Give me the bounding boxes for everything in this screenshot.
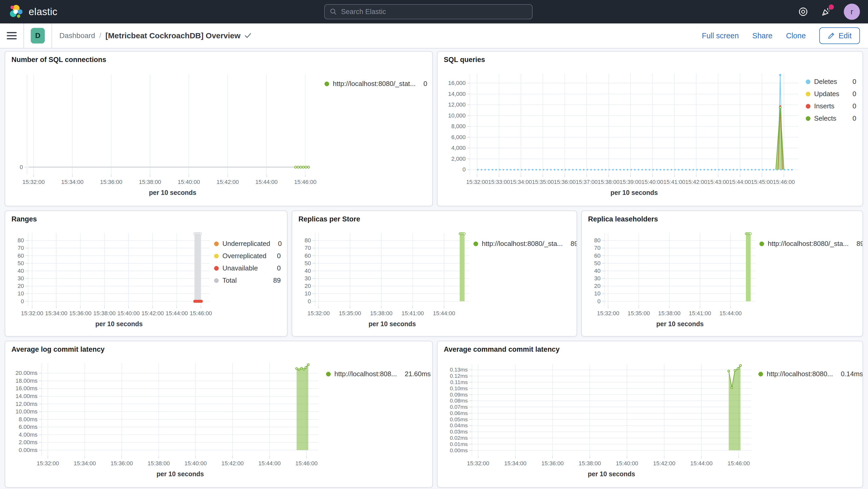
search-input[interactable] (341, 8, 527, 16)
avg-command-commit-latency-chart[interactable]: 0.00ms0.01ms0.02ms0.03ms0.04ms0.05ms0.06… (444, 357, 758, 483)
panel-sql-queries: SQL queries 02,0004,0006,0008,00010,0001… (437, 51, 863, 206)
sql-queries-chart[interactable]: 02,0004,0006,0008,00010,00012,00014,0001… (444, 67, 806, 202)
svg-text:15:38:00: 15:38:00 (658, 310, 681, 316)
legend-label: http://localhost:8080... (767, 370, 833, 378)
legend-value: 0 (848, 114, 856, 122)
hamburger-icon (7, 32, 17, 40)
legend-label: Underreplicated (222, 240, 270, 248)
svg-text:80: 80 (594, 237, 600, 244)
breadcrumb-dashboard[interactable]: Dashboard (59, 32, 95, 40)
svg-text:per 10 seconds: per 10 seconds (149, 189, 196, 196)
legend-item[interactable]: http://localhost:8080/_sta...89 (473, 240, 570, 248)
chart-legend: http://localhost:8080/_sta...89 (473, 227, 570, 332)
edit-button[interactable]: Edit (819, 27, 860, 44)
svg-text:2.00ms: 2.00ms (19, 439, 37, 446)
breadcrumb: Dashboard / [Metricbeat CockroachDB] Ove… (52, 31, 251, 40)
svg-text:15:32:00: 15:32:00 (21, 310, 43, 316)
svg-text:20: 20 (18, 283, 24, 289)
legend-label: http://localhost:8080/_sta... (768, 240, 849, 248)
legend-value: 0 (273, 264, 281, 272)
legend-value: 0.14ms (836, 370, 863, 378)
news-feed-icon[interactable] (821, 6, 831, 17)
global-search[interactable] (324, 4, 533, 19)
legend-item[interactable]: Updates0 (806, 90, 856, 98)
dashboard-options-icon[interactable] (245, 33, 251, 38)
legend-value: 0 (848, 90, 856, 98)
legend-value: 0 (273, 252, 281, 260)
avg-log-commit-latency-chart[interactable]: 0.00ms2.00ms4.00ms6.00ms8.00ms10.00ms12.… (11, 357, 326, 483)
elastic-logo[interactable]: elastic (8, 4, 58, 20)
brand-name: elastic (29, 6, 58, 18)
svg-text:14.00ms: 14.00ms (16, 393, 37, 399)
svg-text:15:32:00: 15:32:00 (37, 460, 59, 467)
svg-text:30: 30 (305, 275, 311, 282)
legend-item[interactable]: Unavailable0 (214, 264, 281, 272)
clone-link[interactable]: Clone (786, 32, 806, 40)
panel-average-log-commit-latency: Average log commit latency 0.00ms2.00ms4… (5, 341, 433, 488)
sql-connections-chart[interactable]: 015:32:0015:34:0015:36:0015:38:0015:40:0… (11, 67, 324, 202)
legend-item[interactable]: Deletes0 (806, 78, 856, 86)
ranges-chart[interactable]: 0102030405060708015:32:0015:34:0015:36:0… (11, 227, 214, 332)
full-screen-link[interactable]: Full screen (702, 32, 739, 40)
legend-item[interactable]: Selects0 (806, 114, 856, 122)
replicas-per-store-chart[interactable]: 0102030405060708015:32:0015:35:0015:38:0… (299, 227, 473, 332)
panel-ranges: Ranges 0102030405060708015:32:0015:34:00… (5, 211, 287, 337)
panel-title: Ranges (11, 215, 281, 227)
svg-text:per 10 seconds: per 10 seconds (95, 320, 143, 328)
legend-item[interactable]: http://localhost:808...21.60ms (326, 370, 426, 378)
breadcrumb-separator: / (99, 32, 101, 40)
svg-text:0: 0 (308, 298, 311, 305)
svg-text:0.07ms: 0.07ms (450, 404, 468, 410)
svg-text:0.08ms: 0.08ms (450, 398, 468, 403)
svg-text:0: 0 (597, 298, 600, 305)
share-link[interactable]: Share (752, 32, 772, 40)
chart-legend: http://localhost:8080/_stat...0 (324, 67, 426, 202)
svg-text:15:38:00: 15:38:00 (147, 460, 170, 467)
legend-item[interactable]: http://localhost:8080...0.14ms (758, 370, 856, 378)
svg-text:20: 20 (594, 283, 600, 289)
legend-item[interactable]: Underreplicated0 (214, 240, 281, 248)
chart-legend: http://localhost:8080/_sta...89 (760, 227, 856, 332)
svg-text:0.00ms: 0.00ms (19, 447, 37, 453)
legend-item[interactable]: Total89 (214, 276, 281, 284)
svg-text:per 10 seconds: per 10 seconds (656, 320, 704, 328)
svg-text:40: 40 (18, 268, 24, 274)
legend-item[interactable]: Overreplicated0 (214, 252, 281, 260)
svg-text:15:42:00: 15:42:00 (221, 460, 244, 467)
legend-item[interactable]: http://localhost:8080/_stat...0 (324, 80, 426, 88)
svg-text:per 10 seconds: per 10 seconds (369, 320, 416, 328)
legend-label: Updates (814, 90, 839, 98)
legend-color-dot (806, 104, 810, 109)
svg-text:15:32:00: 15:32:00 (308, 310, 330, 316)
user-avatar[interactable]: r (844, 4, 860, 20)
svg-text:4.00ms: 4.00ms (19, 431, 37, 438)
svg-text:15:36:00: 15:36:00 (541, 460, 564, 467)
svg-text:30: 30 (594, 275, 600, 282)
svg-text:15:34:00: 15:34:00 (504, 460, 527, 467)
help-icon[interactable] (798, 6, 808, 17)
notification-dot (829, 4, 834, 10)
svg-text:15:41:00: 15:41:00 (402, 310, 424, 316)
svg-text:15:40:00: 15:40:00 (616, 460, 638, 467)
menu-button[interactable] (0, 24, 24, 48)
svg-text:15:34:00: 15:34:00 (45, 310, 67, 316)
svg-text:10.00ms: 10.00ms (16, 408, 37, 415)
panel-title: Average log commit latency (11, 345, 426, 357)
svg-text:15:40:00: 15:40:00 (184, 460, 207, 467)
svg-text:15:35:00: 15:35:00 (339, 310, 361, 316)
panel-replicas-per-store: Replicas per Store 0102030405060708015:3… (292, 211, 577, 337)
svg-text:15:43:00: 15:43:00 (707, 179, 729, 185)
svg-text:70: 70 (594, 245, 600, 251)
replica-leaseholders-chart[interactable]: 0102030405060708015:32:0015:35:0015:38:0… (588, 227, 760, 332)
svg-text:15:46:00: 15:46:00 (190, 310, 212, 316)
legend-item[interactable]: Inserts0 (806, 102, 856, 110)
app-header: elastic (0, 0, 868, 24)
legend-color-dot (214, 266, 219, 271)
legend-label: Inserts (814, 102, 834, 110)
svg-text:15:44:00: 15:44:00 (255, 179, 278, 185)
space-badge[interactable]: D (31, 28, 45, 43)
legend-item[interactable]: http://localhost:8080/_sta...89 (760, 240, 856, 248)
dashboard-toolbar: D Dashboard / [Metricbeat CockroachDB] O… (0, 24, 868, 49)
svg-text:15:44:00: 15:44:00 (166, 310, 188, 316)
svg-text:0.06ms: 0.06ms (450, 410, 468, 416)
